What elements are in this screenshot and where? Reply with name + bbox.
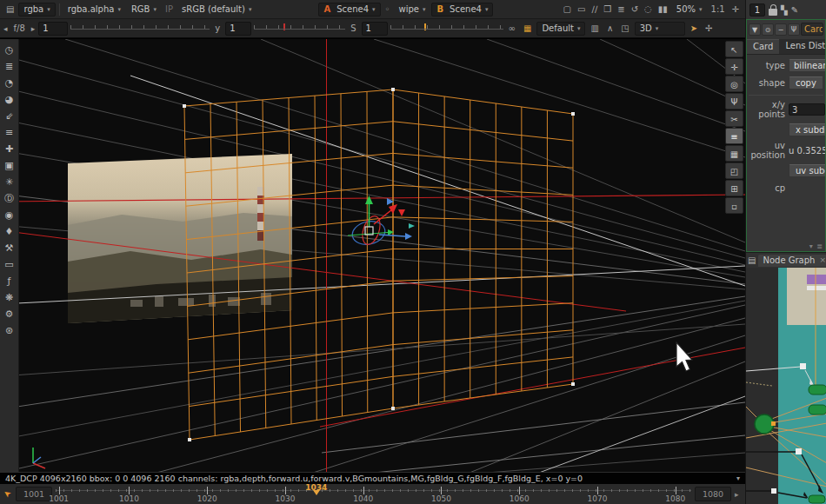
timeline-end-icon[interactable]: ▸ [735,490,743,499]
channel-list-icon[interactable]: ≣ [615,3,627,17]
zoom-level-dropdown[interactable]: 50% [672,3,707,17]
node-green-3[interactable] [809,495,825,503]
gain-next-icon[interactable]: ▸ [30,24,37,33]
geometry-node-sphere[interactable] [755,414,774,434]
node-green-1[interactable] [809,385,826,395]
uv-subdivide-button[interactable]: uv subdivide [789,164,826,177]
saturation-value-field[interactable]: 1 [362,22,388,36]
other-panel-icon[interactable]: ▭ [2,256,17,273]
views-eye-icon[interactable]: ◉ [2,207,17,223]
gear-icon[interactable]: ⚙ [2,306,17,322]
type-dropdown[interactable]: bilinear [789,59,826,72]
x-subdivide-button[interactable]: x subdivide [789,123,826,136]
merge-icon[interactable]: ≡ [2,124,17,141]
gain-slider[interactable] [70,23,210,35]
copy-button[interactable]: copy [789,76,823,90]
toolsets-wrench-icon[interactable]: ⚒ [2,240,17,256]
gain-value-field[interactable]: 1 [38,22,68,36]
saturation-slider[interactable] [390,23,503,35]
vertex-translate-icon[interactable]: ✛ [725,58,743,75]
wipe-center-icon[interactable]: ◦ [383,3,393,17]
node-dot-white-3[interactable] [771,488,776,494]
furnace-f-icon[interactable]: ƒ [2,273,17,289]
rows-select-icon[interactable]: ≡ [725,128,743,144]
wipe-mode-dropdown[interactable]: wipe [394,3,430,17]
wipe-split-icon[interactable]: ∕∕ [590,3,601,17]
playhead-marker[interactable] [313,490,320,499]
checker-icon[interactable]: ▚ [781,5,788,15]
deep-icon[interactable]: Ⓓ [2,190,17,207]
format-window-icon[interactable]: ▭ [575,3,588,17]
node-graph-panel[interactable] [746,268,826,504]
panel-menu-icon[interactable]: ▤ [748,255,756,265]
pencil-icon[interactable]: ✎ [791,5,798,15]
stack-layers-icon[interactable]: ❐ [601,3,614,17]
cut-icon[interactable]: ✂ [725,110,743,127]
node-green-2[interactable] [809,405,826,414]
uv-u-value-field[interactable]: 0.3525 [797,146,826,156]
range-start-field[interactable]: 1001 [16,487,52,501]
pane-menu-icon[interactable]: ▤ [3,3,17,17]
gain-prev-icon[interactable]: ◂ [3,24,9,33]
proxy-ratio-label[interactable]: 1:1 [709,3,728,17]
collapse-icon[interactable]: ▼ [749,23,761,36]
xy-points-field[interactable]: 3 [789,103,825,116]
node-tree-icon[interactable]: Ψ [788,23,800,36]
frame-ruler[interactable]: 1034 10011010102010301040105010601070108… [56,484,691,504]
minimize-icon[interactable]: − [775,23,787,36]
range-end-field[interactable]: 1080 [695,487,731,501]
filter-icon[interactable]: ✳ [2,174,17,190]
gamma-value-field[interactable]: 1 [225,22,251,36]
pause-icon[interactable]: ▮▮ [656,3,670,17]
transform-icon[interactable]: ⇙ [2,108,17,124]
properties-stack-count[interactable]: 1 [749,3,765,17]
color-icon[interactable]: ◕ [2,91,17,108]
input-process-toggle[interactable]: IP [163,3,176,17]
refresh-icon[interactable]: ↺ [629,3,641,17]
input-a-dropdown[interactable]: A Scene4 [318,3,380,17]
draw-icon[interactable]: ◔ [2,75,17,91]
snap-icon[interactable]: ✢ [703,22,715,36]
soft-select-icon[interactable]: ◎ [725,76,743,92]
gamma-slider[interactable] [254,23,345,35]
display-window-icon[interactable]: ▢ [561,3,574,17]
tab-lens-distortion[interactable]: Lens Distortion [779,39,826,54]
viewport-3d[interactable]: ◷≣◔◕⇙≡✚▣✳Ⓓ◉♦⚒▭ƒ❋⚙⊛ ↖✛◎Ψ✂≡▦◰⊞▫ [0,38,745,472]
node-purple[interactable] [807,275,826,284]
lock-icon[interactable] [769,9,777,16]
grid-select-icon[interactable]: ▦ [725,145,743,162]
tab-card[interactable]: Card [747,39,779,54]
gizmo-icon[interactable]: ⊛ [2,322,17,339]
node-white[interactable] [807,286,826,290]
metadata-tag-icon[interactable]: ♦ [2,223,17,240]
marquee-icon[interactable]: ▫ [725,197,743,214]
status-dropdown-icon[interactable]: ▾ [736,474,740,482]
viewer-colorspace-dropdown[interactable]: sRGB (default) [177,3,256,17]
tab-node-graph[interactable]: Node Graph × [758,255,826,267]
alpha-layer-dropdown[interactable]: rgba.alpha [63,3,125,17]
node-dot-white-2[interactable] [796,448,802,454]
display-mode-dropdown[interactable]: RGB [127,3,161,17]
pointer-select-icon[interactable]: ↖ [725,41,743,57]
lut-curve-icon[interactable]: ∧ [604,22,616,36]
safezone-icon[interactable]: ▦ [521,22,534,36]
node-dot-white[interactable] [800,363,806,369]
lattice-icon[interactable]: ⊞ [725,180,743,196]
particles-icon[interactable]: ❋ [2,289,17,306]
channel-layer-dropdown[interactable]: rgba [18,3,55,17]
time-icon[interactable]: ◷ [2,42,17,58]
roi-icon[interactable]: ◌ [642,3,655,17]
quad-view-icon[interactable]: ◰ [725,162,743,179]
frame-lock-icon[interactable]: ✛ [729,3,742,17]
center-node-icon[interactable]: ⊙ [762,23,774,36]
channel-icon[interactable]: ≣ [2,58,17,75]
cube-3d-icon[interactable]: ▣ [2,157,17,174]
selection-mode-icon[interactable]: ➤ [688,22,700,36]
framerange-icon[interactable]: ▥ [588,22,601,36]
panel-grip-icon[interactable]: ▾ ≣ [809,242,823,250]
gain-fstop-label[interactable]: f/8 [11,22,28,36]
region-of-interest-icon[interactable]: ◳ [618,22,631,36]
input-b-dropdown[interactable]: B Scene4 [431,3,493,17]
stereo-modes-icon[interactable]: ∞ [506,22,518,36]
close-icon[interactable]: × [819,255,826,264]
